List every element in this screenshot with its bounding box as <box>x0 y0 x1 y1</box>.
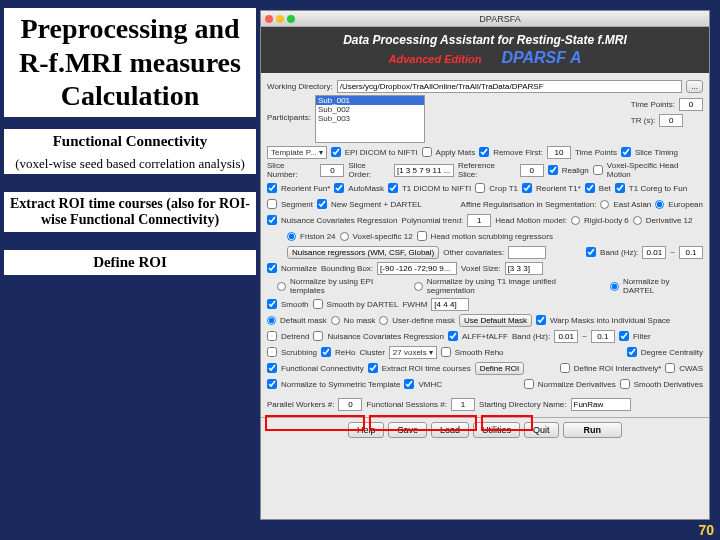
band-cb[interactable] <box>586 247 596 257</box>
reho-cb[interactable] <box>321 347 331 357</box>
alff-hi-input[interactable] <box>591 330 615 343</box>
t1-coreg-cb[interactable] <box>615 183 625 193</box>
realign-cb[interactable] <box>548 165 558 175</box>
template-dropdown[interactable]: Template P... ▾ <box>267 146 327 159</box>
list-item[interactable]: Sub_002 <box>316 105 424 114</box>
nuisance2-cb[interactable] <box>313 331 323 341</box>
norm-dartel-radio[interactable] <box>610 282 619 291</box>
fc-cb[interactable] <box>267 363 277 373</box>
bottom-bar: Help Save Load Utilities Quit Run <box>261 417 709 442</box>
other-cov-input[interactable] <box>508 246 546 259</box>
wd-input[interactable] <box>337 80 683 93</box>
list-item[interactable]: Sub_001 <box>316 96 424 105</box>
extract-heading: Extract ROI time courses (also for ROI-w… <box>4 192 256 232</box>
wd-browse-button[interactable]: ... <box>686 80 703 93</box>
slice-order-input[interactable] <box>394 164 454 177</box>
degree-centrality-cb[interactable] <box>627 347 637 357</box>
newseg-cb[interactable] <box>317 199 327 209</box>
titlebar: DPARSFA <box>261 11 709 27</box>
tr-label: TR (s): <box>631 116 655 125</box>
segment-cb[interactable] <box>267 199 277 209</box>
tr-input[interactable] <box>659 114 683 127</box>
parallel-workers-input[interactable] <box>338 398 362 411</box>
header-title: Data Processing Assistant for Resting-St… <box>267 33 703 47</box>
window-title: DPARSFA <box>295 14 705 24</box>
automask-cb[interactable] <box>334 183 344 193</box>
smooth-reho-cb[interactable] <box>441 347 451 357</box>
nuisance-regressors-button[interactable]: Nuisance regressors (WM, CSF, Global) <box>287 246 439 259</box>
load-button[interactable]: Load <box>431 422 469 438</box>
bet-cb[interactable] <box>585 183 595 193</box>
poly-input[interactable] <box>467 214 491 227</box>
cwas-cb[interactable] <box>665 363 675 373</box>
extract-roi-cb[interactable] <box>368 363 378 373</box>
smooth-deriv-cb[interactable] <box>620 379 630 389</box>
rigid6-radio[interactable] <box>571 216 580 225</box>
minimize-icon[interactable] <box>276 15 284 23</box>
list-item[interactable]: Sub_003 <box>316 114 424 123</box>
startdir-input[interactable] <box>571 398 631 411</box>
func-sessions-input[interactable] <box>451 398 475 411</box>
vmhc-cb[interactable] <box>404 379 414 389</box>
utilities-button[interactable]: Utilities <box>473 422 520 438</box>
zoom-icon[interactable] <box>287 15 295 23</box>
reorient-t1-cb[interactable] <box>522 183 532 193</box>
apply-mats-cb[interactable] <box>422 147 432 157</box>
define-roi-interactive-cb[interactable] <box>560 363 570 373</box>
normalize-cb[interactable] <box>267 263 277 273</box>
deriv12-radio[interactable] <box>633 216 642 225</box>
scrub-reg-cb[interactable] <box>417 231 427 241</box>
friston24-radio[interactable] <box>287 232 296 241</box>
norm-sym-cb[interactable] <box>267 379 277 389</box>
traffic-lights <box>265 15 295 23</box>
east-asian-radio[interactable] <box>600 200 609 209</box>
ref-slice-input[interactable] <box>520 164 544 177</box>
help-button[interactable]: Help <box>348 422 385 438</box>
advanced-edition-label: Advanced Edition <box>389 53 482 65</box>
european-radio[interactable] <box>655 200 664 209</box>
remove-first-input[interactable] <box>547 146 571 159</box>
norm-epi-radio[interactable] <box>277 282 286 291</box>
slice-timing-cb[interactable] <box>621 147 631 157</box>
tp-input[interactable] <box>679 98 703 111</box>
define-roi-button[interactable]: Define ROI <box>475 362 525 375</box>
norm-deriv-cb[interactable] <box>524 379 534 389</box>
brand-label: DPARSF A <box>501 49 581 67</box>
remove-first-cb[interactable] <box>479 147 489 157</box>
scrubbing-cb[interactable] <box>267 347 277 357</box>
tp-label: Time Points: <box>631 100 675 109</box>
band-hi-input[interactable] <box>679 246 703 259</box>
close-icon[interactable] <box>265 15 273 23</box>
alff-lo-input[interactable] <box>554 330 578 343</box>
reorient-fun-cb[interactable] <box>267 183 277 193</box>
alff-cb[interactable] <box>448 331 458 341</box>
cluster-dropdown[interactable]: 27 voxels ▾ <box>389 346 437 359</box>
voxel-hm-cb[interactable] <box>593 165 603 175</box>
t1-dicom-cb[interactable] <box>388 183 398 193</box>
smooth-dartel-cb[interactable] <box>313 299 323 309</box>
save-button[interactable]: Save <box>388 422 427 438</box>
default-mask-radio[interactable] <box>267 316 276 325</box>
fc-heading: Functional Connectivity <box>4 129 256 154</box>
quit-button[interactable]: Quit <box>524 422 559 438</box>
warp-masks-cb[interactable] <box>536 315 546 325</box>
fc-subtext: (voxel-wise seed based correlation analy… <box>4 154 256 174</box>
crop-t1-cb[interactable] <box>475 183 485 193</box>
smooth-cb[interactable] <box>267 299 277 309</box>
user-mask-radio[interactable] <box>379 316 388 325</box>
band-lo-input[interactable] <box>642 246 666 259</box>
fwhm-input[interactable] <box>431 298 469 311</box>
voxsize-input[interactable] <box>505 262 543 275</box>
voxspec12-radio[interactable] <box>340 232 349 241</box>
detrend-cb[interactable] <box>267 331 277 341</box>
nuisance-cb[interactable] <box>267 215 277 225</box>
no-mask-radio[interactable] <box>331 316 340 325</box>
use-default-mask-button[interactable]: Use Default Mask <box>459 314 532 327</box>
epi-dicom-cb[interactable] <box>331 147 341 157</box>
bb-input[interactable] <box>377 262 457 275</box>
norm-t1-radio[interactable] <box>414 282 423 291</box>
run-button[interactable]: Run <box>563 422 623 438</box>
participants-listbox[interactable]: Sub_001 Sub_002 Sub_003 <box>315 95 425 143</box>
slice-number-input[interactable] <box>320 164 344 177</box>
filter-cb[interactable] <box>619 331 629 341</box>
